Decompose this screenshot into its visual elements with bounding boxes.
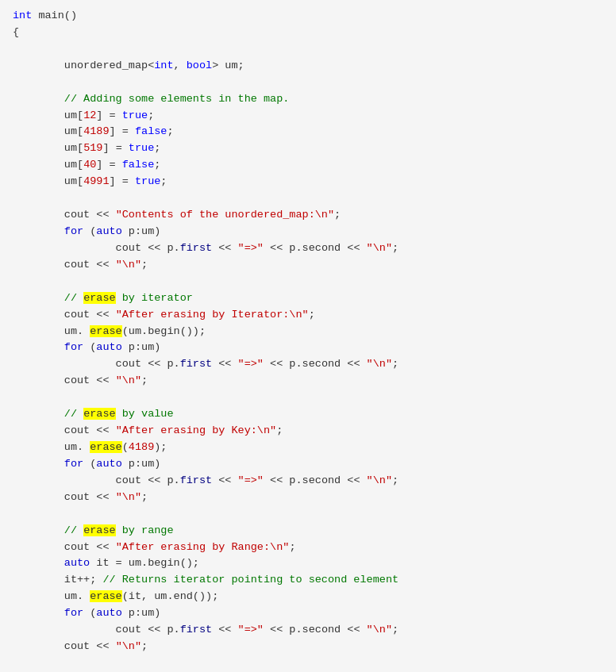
code-line: um[4189] = false; [13, 124, 603, 140]
code-lines: int main(){ unordered_map<int, bool> um;… [13, 8, 603, 672]
code-line: auto it = um.begin(); [13, 555, 603, 572]
code-line: for (auto p:um) [13, 224, 603, 240]
code-line [13, 274, 603, 290]
code-line: um[12] = true; [13, 108, 603, 125]
code-line: cout << "\n"; [13, 639, 603, 655]
code-container: int main(){ unordered_map<int, bool> um;… [0, 0, 616, 672]
code-line: cout << p.first << "=>" << p.second << "… [13, 622, 603, 639]
code-line: cout << p.first << "=>" << p.second << "… [13, 473, 603, 490]
code-line [13, 41, 603, 58]
code-line: // erase by range [13, 523, 603, 540]
code-line [13, 190, 603, 207]
code-line: um[4991] = true; [13, 174, 603, 190]
code-line: cout << "Contents of the unordered_map:\… [13, 207, 603, 224]
code-line: { [13, 25, 603, 41]
code-line [13, 506, 603, 523]
code-line: // erase by iterator [13, 290, 603, 307]
code-line: cout << "\n"; [13, 490, 603, 506]
code-line: cout << "After erasing by Range:\n"; [13, 540, 603, 556]
code-line [13, 390, 603, 406]
code-line: um[519] = true; [13, 140, 603, 157]
code-line: unordered_map<int, bool> um; [13, 58, 603, 75]
code-line: // erase by value [13, 406, 603, 423]
code-line: for (auto p:um) [13, 456, 603, 473]
code-line: um. erase(it, um.end()); [13, 589, 603, 605]
code-line: int main() [13, 8, 603, 25]
code-line [13, 75, 603, 91]
code-line: um. erase(4189); [13, 440, 603, 456]
code-line: // Adding some elements in the map. [13, 91, 603, 108]
code-line: cout << p.first << "=>" << p.second << "… [13, 356, 603, 373]
code-line: cout << p.first << "=>" << p.second << "… [13, 240, 603, 257]
code-line: cout << "\n"; [13, 373, 603, 390]
code-line: um. erase(um.begin()); [13, 324, 603, 340]
code-line [13, 655, 603, 672]
code-line: for (auto p:um) [13, 605, 603, 622]
code-line: um[40] = false; [13, 157, 603, 174]
code-line: cout << "After erasing by Iterator:\n"; [13, 307, 603, 324]
code-line: cout << "\n"; [13, 257, 603, 274]
code-line: for (auto p:um) [13, 340, 603, 356]
code-line: it++; // Returns iterator pointing to se… [13, 572, 603, 589]
code-line: cout << "After erasing by Key:\n"; [13, 423, 603, 440]
